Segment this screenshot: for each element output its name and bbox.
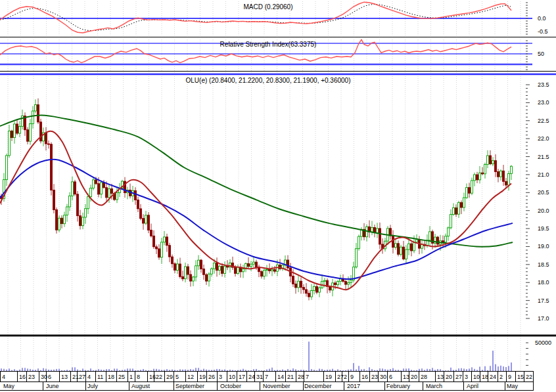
candle-body	[9, 131, 11, 156]
date-label: 27	[337, 374, 344, 380]
candle-body	[335, 283, 336, 285]
candle-body	[174, 264, 176, 271]
volume-bar	[492, 351, 494, 371]
month-label: 2017	[347, 383, 360, 389]
candle-body	[340, 279, 342, 282]
volume-bar	[271, 368, 273, 371]
candle-body	[169, 246, 171, 257]
candle-body	[466, 188, 468, 198]
volume-bar	[1, 368, 2, 371]
candle-body	[248, 264, 250, 267]
date-label: 13	[61, 374, 68, 380]
volume-bar	[495, 364, 496, 371]
date-label: 16	[19, 374, 26, 380]
candle-body	[508, 173, 510, 185]
volume-bar	[90, 368, 91, 371]
candle-body	[51, 144, 53, 190]
macd-title: MACD (0.29060)	[243, 3, 292, 11]
volume-bar	[358, 366, 359, 371]
candle-body	[511, 166, 513, 173]
candle-body	[224, 266, 226, 273]
price-axis-label: 21.5	[538, 154, 549, 160]
candle-body	[235, 267, 237, 273]
volume-bar	[82, 368, 83, 371]
month-label: February	[386, 383, 411, 389]
candle-body	[198, 260, 200, 266]
candle-body	[463, 198, 465, 207]
candle-body	[453, 208, 455, 215]
date-label: 22	[526, 374, 532, 380]
candle-body	[392, 236, 394, 247]
date-label: 7	[306, 374, 309, 380]
candle-body	[64, 215, 66, 224]
volume-bar	[392, 368, 394, 371]
date-label: 11	[97, 374, 103, 380]
date-label: 12	[187, 374, 194, 380]
candle-body	[37, 105, 39, 122]
candle-body	[145, 215, 147, 223]
candle-body	[14, 124, 16, 138]
candle-body	[345, 282, 347, 285]
candle-body	[195, 266, 197, 277]
date-label: 22	[156, 374, 162, 380]
candle-body	[505, 181, 507, 185]
volume-bar	[198, 368, 199, 371]
date-label: 13	[437, 374, 444, 380]
date-label: 21	[72, 374, 79, 380]
date-label: 9	[508, 374, 511, 380]
date-label: 23	[371, 374, 378, 380]
volume-bar	[484, 366, 486, 371]
volume-bar	[405, 368, 407, 371]
date-label: 4	[87, 374, 91, 380]
volume-bar	[127, 368, 128, 371]
candle-body	[166, 237, 168, 246]
candle-body	[269, 269, 271, 271]
candle-body	[216, 263, 218, 271]
candle-body	[221, 267, 223, 274]
macd-axis-label: 0.0	[538, 15, 546, 22]
price-axis-label: 21.0	[538, 171, 549, 178]
candle-body	[303, 288, 305, 290]
volume-bar	[463, 368, 465, 371]
candle-body	[143, 219, 145, 223]
candle-body	[311, 291, 313, 297]
volume-bar	[458, 368, 459, 371]
month-label: April	[467, 383, 478, 389]
volume-bar	[292, 368, 294, 371]
candle-body	[227, 266, 229, 267]
date-label: 6	[48, 374, 51, 380]
candle-body	[40, 122, 42, 141]
volume-bar	[508, 366, 509, 371]
volume-panel	[1, 341, 512, 371]
month-label: June	[46, 383, 59, 389]
candle-body	[455, 208, 457, 215]
volume-bar	[379, 368, 381, 371]
volume-bar	[129, 368, 131, 371]
date-label: 29	[166, 374, 173, 380]
date-label: 26	[208, 374, 215, 380]
candle-body	[35, 105, 37, 112]
date-label: 15	[517, 374, 524, 380]
price-axis-label: 23.0	[538, 99, 549, 106]
candle-body	[395, 244, 397, 248]
candle-body	[66, 207, 68, 215]
volume-bar	[319, 369, 320, 372]
candle-body	[319, 288, 321, 292]
date-axis: 4162330613212741118251816222951219263101…	[0, 371, 532, 391]
candle-body	[16, 124, 18, 133]
month-label: December	[304, 383, 332, 389]
candle-body	[135, 190, 137, 200]
volume-bar	[37, 368, 39, 371]
volume-bar	[74, 367, 76, 371]
candle-body	[377, 229, 379, 233]
candle-body	[179, 264, 181, 276]
candle-body	[403, 247, 405, 259]
date-label: 17	[239, 374, 245, 380]
candle-body	[408, 244, 410, 250]
candle-body	[371, 228, 373, 232]
candle-body	[85, 209, 87, 217]
candle-body	[111, 189, 113, 194]
price-axis-label: 18.0	[538, 279, 549, 286]
date-label: 16	[149, 374, 156, 380]
volume-bar	[9, 368, 10, 371]
